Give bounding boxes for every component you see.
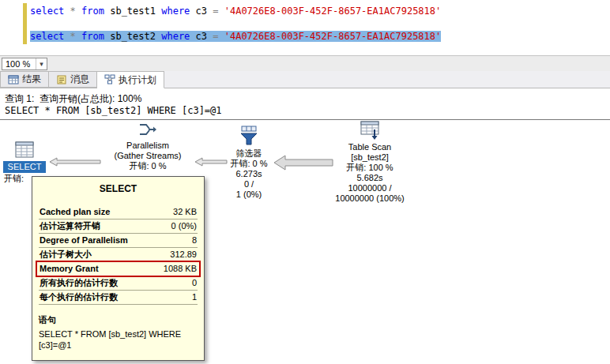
sql-token: c3 <box>190 31 213 42</box>
tooltip-statement-header: 语句 <box>39 314 198 326</box>
tooltip-value: 312.89 <box>170 250 197 260</box>
node-text: [sb_test2] <box>318 152 421 163</box>
sql-token <box>218 6 224 17</box>
tooltip-title: SELECT <box>39 183 198 194</box>
filter-icon <box>238 125 260 147</box>
query-editor[interactable]: select * from sb_test1 where c3 = '4A072… <box>0 0 610 55</box>
node-text: 6.273s <box>216 169 282 179</box>
tooltip-label: Degree of Parallelism <box>40 235 128 246</box>
sql-code: select * from sb_test1 where c3 = '4A072… <box>30 5 441 43</box>
node-text: Table Scan <box>318 142 421 152</box>
zoom-toolbar: 100 % ▾ <box>0 55 610 71</box>
sql-token: select <box>30 6 64 17</box>
sql-token: * <box>70 31 76 42</box>
tab-messages[interactable]: 消息 <box>49 71 97 88</box>
tooltip-value: 1 <box>192 292 197 302</box>
sql-token <box>76 6 81 17</box>
sql-token <box>218 31 224 42</box>
zoom-level-dropdown[interactable]: 100 % ▾ <box>2 58 47 70</box>
tab-execution-plan[interactable]: 执行计划 <box>97 71 164 88</box>
sql-token: '4A0726E8-003F-452F-8657-EA1AC7925818' <box>224 31 442 42</box>
sql-token: where <box>161 6 190 17</box>
tooltip-label: 所有执行的估计行数 <box>40 278 118 288</box>
tab-label: 结果 <box>22 73 41 86</box>
table-scan-icon <box>359 120 381 141</box>
sql-token: sb_test2 <box>104 31 161 42</box>
sql-token: from <box>81 31 104 42</box>
tooltip-label: 估计子树大小 <box>40 250 92 260</box>
tooltip-row-degree-of-parallelism: Degree of Parallelism 8 <box>39 234 198 248</box>
node-text: 1 (0%) <box>216 190 282 200</box>
sql-token: '4A0726E8-003F-452F-8657-EA1AC7925818' <box>224 6 442 17</box>
tooltip-value: 32 KB <box>173 207 197 217</box>
plan-node-table-scan[interactable]: Table Scan [sb_test2] 开销: 100 % 5.682s 1… <box>318 120 421 204</box>
plan-node-filter[interactable]: 筛选器 开销: 0 % 6.273s 0 / 1 (0%) <box>216 125 282 200</box>
node-text: 5.682s <box>318 173 421 183</box>
results-tabbar: 结果 消息 执行计划 <box>0 71 610 88</box>
selected-text: select * from sb_test2 where c3 = '4A072… <box>30 31 441 42</box>
select-node-label: SELECT <box>3 161 46 173</box>
node-text: 0 / <box>216 179 282 190</box>
tooltip-row-cached-plan-size: Cached plan size 32 KB <box>39 205 198 220</box>
node-text: 开销: 100 % <box>318 163 421 173</box>
node-text: 开销: 0 % <box>101 161 194 171</box>
tooltip-value: 8 <box>192 235 197 246</box>
sql-token <box>64 31 70 42</box>
tooltip-label: Cached plan size <box>40 207 110 217</box>
tooltip-label: Memory Grant <box>40 264 99 274</box>
tooltip-row-memory-grant: Memory Grant 1088 KB <box>39 262 198 276</box>
execution-plan-pane: 查询 1: 查询开销(占总批): 100% SELECT * FROM [sb_… <box>0 88 610 364</box>
parallelism-icon <box>138 120 157 139</box>
tooltip-value: 0 <box>192 278 197 288</box>
tooltip-row-estimated-rows-all: 所有执行的估计行数 0 <box>39 276 198 291</box>
node-text: 10000000 (100%) <box>318 193 421 204</box>
sql-token <box>76 31 81 42</box>
select-operator-icon <box>14 141 35 159</box>
track-changes-bar <box>23 3 27 44</box>
plan-node-parallelism[interactable]: Parallelism (Gather Streams) 开销: 0 % <box>101 120 194 171</box>
tooltip-statement-text: SELECT * FROM [sb_test2] WHERE [c3]=@1 <box>39 328 198 351</box>
sql-line-1[interactable]: select * from sb_test1 where c3 = '4A072… <box>30 5 441 17</box>
sql-token: select <box>30 31 64 42</box>
results-grid-icon <box>8 74 19 85</box>
plan-edge-arrow[interactable] <box>49 156 101 167</box>
tooltip-value: 0 (0%) <box>171 221 197 231</box>
plan-query-statement: SELECT * FROM [sb_test2] WHERE [c3]=@1 <box>5 105 222 116</box>
tooltip-value: 1088 KB <box>164 264 197 274</box>
tab-label: 执行计划 <box>119 73 156 87</box>
tooltip-row-subtree-cost: 估计子树大小 312.89 <box>39 248 198 262</box>
tab-label: 消息 <box>70 73 89 86</box>
tooltip-label: 估计运算符开销 <box>40 221 100 231</box>
node-text: (Gather Streams) <box>101 151 194 161</box>
sql-token: sb_test1 <box>104 6 161 17</box>
node-text: Parallelism <box>101 141 194 151</box>
plan-divider <box>0 119 610 120</box>
sql-line-3[interactable]: select * from sb_test2 where c3 = '4A072… <box>30 30 441 43</box>
tab-results[interactable]: 结果 <box>0 71 49 88</box>
zoom-value: 100 % <box>2 59 36 69</box>
operator-tooltip: SELECT Cached plan size 32 KB 估计运算符开销 0 … <box>32 176 205 361</box>
node-text: 10000000 / <box>318 183 421 193</box>
sql-token <box>64 6 70 17</box>
tooltip-row-operator-cost: 估计运算符开销 0 (0%) <box>39 220 198 234</box>
sql-token: * <box>70 6 76 17</box>
node-text: 开销: 0 % <box>216 159 282 169</box>
sql-token: c3 <box>190 6 213 17</box>
tooltip-row-estimated-rows-per-exec: 每个执行的估计行数 1 <box>39 291 198 305</box>
plan-query-header: 查询 1: 查询开销(占总批): 100% <box>5 92 141 106</box>
chevron-down-icon[interactable]: ▾ <box>36 58 47 69</box>
execution-plan-icon <box>104 74 115 85</box>
ssms-window: select * from sb_test1 where c3 = '4A072… <box>0 0 610 364</box>
node-text: 筛选器 <box>216 148 282 159</box>
messages-icon <box>56 74 67 85</box>
tooltip-label: 每个执行的估计行数 <box>40 292 118 302</box>
sql-token: where <box>161 31 190 42</box>
sql-line-2[interactable] <box>30 17 441 30</box>
sql-token: from <box>81 6 104 17</box>
